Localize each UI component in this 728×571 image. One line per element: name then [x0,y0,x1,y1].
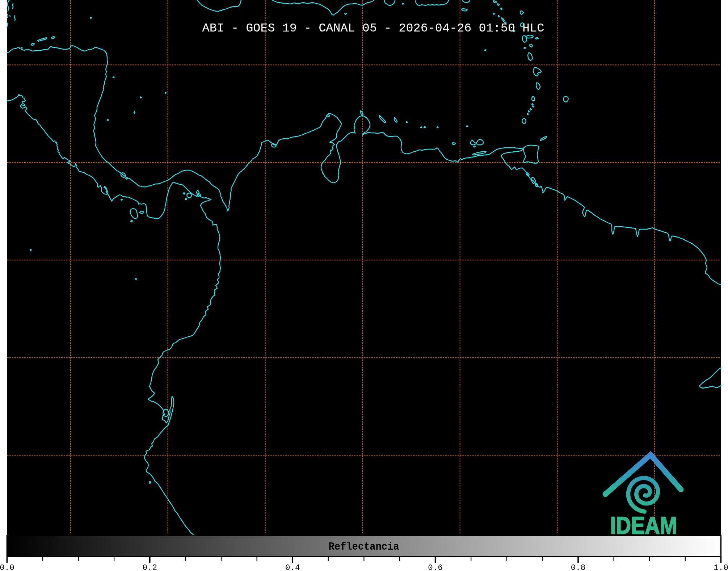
svg-text:Reflectancia: Reflectancia [329,541,399,553]
svg-text:0.2: 0.2 [143,563,157,571]
svg-text:1.0: 1.0 [714,563,728,571]
svg-text:0.8: 0.8 [571,563,586,571]
svg-text:0.6: 0.6 [428,563,443,571]
svg-text:ABI - GOES 19 - CANAL 05 - 202: ABI - GOES 19 - CANAL 05 - 2026-04-26 01… [202,21,544,35]
svg-text:IDEAM: IDEAM [610,512,677,539]
svg-text:0.4: 0.4 [285,563,300,571]
svg-text:0.0: 0.0 [0,563,14,571]
